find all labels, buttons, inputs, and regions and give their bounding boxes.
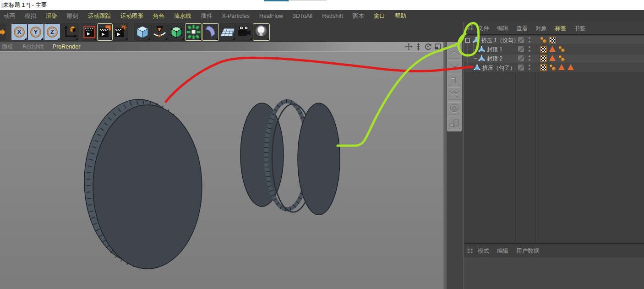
- texture-checker-tag-icon[interactable]: [549, 37, 556, 44]
- visibility-dots[interactable]: [528, 37, 531, 44]
- x-ring-icon: X: [14, 27, 25, 38]
- extrude-disc-large[interactable]: [84, 99, 202, 269]
- am-drag-handle[interactable]: [466, 247, 473, 253]
- cap-disc-right[interactable]: [298, 103, 340, 215]
- menu-3dtoall[interactable]: 3DToAll: [293, 13, 312, 19]
- menu-mograph[interactable]: 运动图形: [120, 12, 143, 20]
- cap-disc-left[interactable]: [240, 103, 284, 207]
- om-menu-view[interactable]: 查看: [516, 25, 528, 33]
- spline-pen-button[interactable]: [151, 23, 168, 41]
- z-ring-icon: Z: [47, 27, 58, 38]
- om-menu-file[interactable]: 文件: [478, 25, 489, 33]
- toggle-view-icon[interactable]: [434, 43, 442, 50]
- texture-checker-tag-icon[interactable]: [540, 55, 547, 62]
- texture-checker-tag-icon[interactable]: [540, 64, 547, 71]
- rotate-icon[interactable]: [424, 43, 432, 50]
- visibility-dots[interactable]: [528, 46, 531, 53]
- enable-toggle[interactable]: [518, 37, 524, 43]
- am-menu-mode[interactable]: 模式: [478, 247, 489, 255]
- add-primitive-cube-button[interactable]: [134, 23, 151, 41]
- om-drag-handle[interactable]: [466, 25, 473, 31]
- menu-realflow[interactable]: RealFlow: [259, 13, 283, 19]
- mograph-cloner-button[interactable]: [185, 23, 202, 41]
- step-arrow-tool-icon[interactable]: [448, 74, 461, 86]
- render-view-button[interactable]: [82, 23, 97, 41]
- render-picture-viewer-icon: [98, 24, 112, 40]
- om-menu-object[interactable]: 对象: [535, 25, 547, 33]
- rings-tool-icon[interactable]: [448, 102, 461, 115]
- layout-tabs: 面板 Redshift ProRender: [2, 42, 80, 51]
- window-title: [未标题 1 *] - 主要: [1, 0, 47, 10]
- menu-script[interactable]: 脚本: [353, 12, 364, 20]
- phong-tag-icon[interactable]: [540, 37, 547, 44]
- tab-panel[interactable]: 面板: [2, 43, 13, 51]
- tab-prorender[interactable]: ProRender: [53, 44, 80, 50]
- background-window-strip-gray: [289, 0, 327, 1]
- viewport-nav-icons: [405, 43, 442, 50]
- arc-brush-icon[interactable]: [448, 46, 461, 59]
- selection-triangle-tag-icon[interactable]: [549, 55, 556, 61]
- zoom-icon[interactable]: [415, 43, 422, 50]
- extrude-group-middle[interactable]: [240, 101, 340, 215]
- menu-sculpt[interactable]: 雕刻: [67, 12, 78, 20]
- menu-xparticles[interactable]: X-Particles: [222, 13, 250, 19]
- render-settings-button[interactable]: [113, 23, 128, 41]
- camera-icon: [236, 24, 252, 40]
- generator-subdivision-button[interactable]: [168, 23, 185, 41]
- menu-redshift[interactable]: Redshift: [322, 13, 343, 19]
- texture-checker-tag-icon[interactable]: [540, 46, 547, 53]
- visibility-dots[interactable]: [528, 55, 531, 62]
- selection-triangle-tag-icon[interactable]: [568, 64, 574, 70]
- render-picture-viewer-button[interactable]: [97, 23, 113, 41]
- om-menu-tags[interactable]: 标签: [555, 25, 566, 33]
- floor-grid-icon: [219, 24, 235, 40]
- pan-icon[interactable]: [405, 43, 413, 50]
- phong-tag-icon[interactable]: [549, 64, 556, 71]
- am-menu-userdata[interactable]: 用户数据: [516, 247, 539, 255]
- selection-triangle-tag-icon[interactable]: [558, 64, 565, 70]
- enable-toggle[interactable]: [518, 65, 524, 71]
- expand-collapse-toggle[interactable]: [465, 38, 470, 43]
- viewport-3d[interactable]: [0, 52, 443, 289]
- menu-render[interactable]: 渲染: [46, 12, 57, 20]
- phong-tag-icon[interactable]: [558, 46, 565, 53]
- attribute-manager-body: [464, 257, 644, 289]
- arc-notch-brush-icon[interactable]: [448, 60, 461, 72]
- menu-simulate[interactable]: 模拟: [25, 12, 36, 20]
- enable-toggle[interactable]: [518, 46, 524, 52]
- enable-toggle[interactable]: [518, 55, 524, 61]
- menu-pipeline[interactable]: 流水线: [174, 12, 191, 20]
- cinema4d-window: [未标题 1 *] - 主要 动画 模拟 渲染 雕刻 运动跟踪 运动图形 角色 …: [0, 0, 644, 289]
- primitive-cube-icon: [135, 24, 151, 40]
- selection-triangle-tag-icon[interactable]: [549, 46, 556, 52]
- menu-motion-tracker[interactable]: 运动跟踪: [88, 12, 111, 20]
- om-menu-bookmarks[interactable]: 书签: [574, 25, 585, 33]
- menu-help[interactable]: 帮助: [395, 12, 406, 20]
- workplane-arrow-icon[interactable]: [0, 23, 6, 41]
- cylinder-sphere-tool-icon[interactable]: [448, 117, 461, 129]
- visibility-dots[interactable]: [528, 64, 531, 71]
- tab-redshift[interactable]: Redshift: [22, 44, 44, 50]
- phong-tag-icon[interactable]: [558, 55, 565, 62]
- attribute-manager-menubar: 模式 编辑 用户数据: [464, 245, 644, 256]
- axis-y-lock-button[interactable]: Y: [27, 23, 44, 41]
- am-menu-edit[interactable]: 编辑: [497, 247, 508, 255]
- menu-plugins[interactable]: 插件: [201, 12, 213, 20]
- coordinate-system-button[interactable]: [61, 23, 79, 41]
- om-menu-edit[interactable]: 编辑: [497, 25, 508, 33]
- strip-drag-handle[interactable]: [449, 43, 460, 45]
- menu-character[interactable]: 角色: [153, 12, 164, 20]
- chevron-arrow-tool-icon[interactable]: [448, 87, 461, 100]
- deformer-bend-button[interactable]: [202, 23, 219, 41]
- scene-objects: [0, 52, 443, 289]
- coordinate-system-icon: [62, 24, 78, 40]
- floor-environment-button[interactable]: [219, 23, 236, 41]
- axis-x-lock-button[interactable]: X: [11, 23, 27, 41]
- menu-animation[interactable]: 动画: [4, 12, 15, 20]
- axis-z-lock-button[interactable]: Z: [44, 23, 60, 41]
- spline-pen-icon: [152, 24, 168, 40]
- camera-button[interactable]: [236, 23, 253, 41]
- object-manager-tree: 挤压.1（没勾） 封顶 1: [464, 35, 644, 243]
- light-button[interactable]: [253, 23, 270, 41]
- menu-window[interactable]: 窗口: [374, 12, 385, 20]
